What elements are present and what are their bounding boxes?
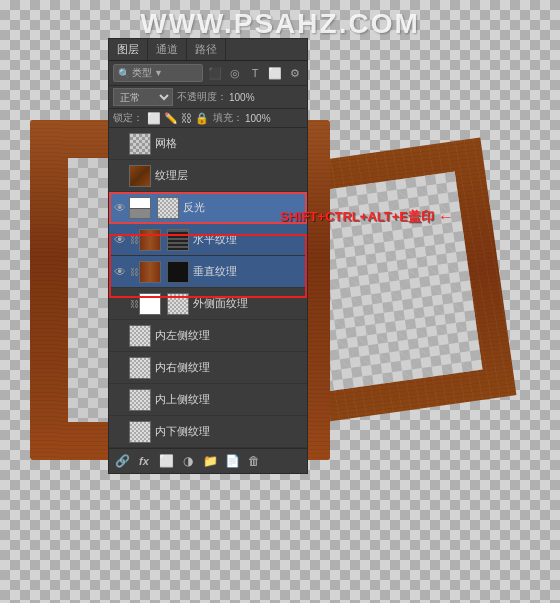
blend-mode-select[interactable]: 正常 (113, 88, 173, 106)
layer-item-horizTexture[interactable]: 👁 ⛓ 水平纹理 (109, 224, 307, 256)
layer-thumbnail (129, 133, 151, 155)
tab-paths[interactable]: 路径 (187, 39, 226, 60)
search-box[interactable]: 🔍 类型 ▼ (113, 64, 203, 82)
layer-name: 内右侧纹理 (155, 360, 303, 375)
search-text: 类型 (132, 66, 152, 80)
layer-mask-thumbnail (167, 261, 189, 283)
tab-layers[interactable]: 图层 (109, 39, 148, 60)
mask-button[interactable]: ⬜ (157, 452, 175, 470)
opacity-value: 100% (229, 92, 255, 103)
fill-label: 填充： (213, 111, 243, 125)
filter-icon1[interactable]: ⬛ (207, 65, 223, 81)
lock-transparent-icon[interactable]: ⬜ (147, 112, 161, 125)
layer-mask-thumbnail (157, 197, 179, 219)
layer-name: 水平纹理 (193, 232, 303, 247)
filter-icon5[interactable]: ⚙ (287, 65, 303, 81)
filter-icon4[interactable]: ⬜ (267, 65, 283, 81)
lock-all-icon[interactable]: 🔒 (195, 112, 209, 125)
chain-icon: ⛓ (129, 265, 139, 279)
lock-label: 锁定： (113, 111, 143, 125)
folder-button[interactable]: 📁 (201, 452, 219, 470)
layer-thumbnail (139, 261, 161, 283)
opacity-label: 不透明度： (177, 90, 227, 104)
blend-opacity-row: 正常 不透明度： 100% (109, 86, 307, 109)
layer-item[interactable]: 内左侧纹理 (109, 320, 307, 352)
lock-pixels-icon[interactable]: ✏️ (164, 112, 178, 125)
filter-icon2[interactable]: ◎ (227, 65, 243, 81)
tab-channels[interactable]: 通道 (148, 39, 187, 60)
dropdown-arrow[interactable]: ▼ (154, 68, 163, 78)
layer-name: 内下侧纹理 (155, 424, 303, 439)
layer-item[interactable]: 内下侧纹理 (109, 416, 307, 448)
layer-item[interactable]: 内上侧纹理 (109, 384, 307, 416)
link-button[interactable]: 🔗 (113, 452, 131, 470)
visibility-toggle[interactable] (113, 329, 127, 343)
layer-item[interactable]: 网格 (109, 128, 307, 160)
visibility-toggle[interactable] (113, 425, 127, 439)
lock-fill-row: 锁定： ⬜ ✏️ ⛓ 🔒 填充： 100% (109, 109, 307, 128)
opacity-row: 不透明度： 100% (177, 90, 303, 104)
fx-button[interactable]: fx (135, 452, 153, 470)
layer-name: 外侧面纹理 (193, 296, 303, 311)
fill-value: 100% (245, 113, 271, 124)
layer-name: 垂直纹理 (193, 264, 303, 279)
layer-item[interactable]: ⛓ 外侧面纹理 (109, 288, 307, 320)
layer-item-fanGuang[interactable]: 👁 反光 (109, 192, 307, 224)
layer-thumbnail (139, 229, 161, 251)
visibility-toggle[interactable] (113, 393, 127, 407)
layer-thumbnail (129, 389, 151, 411)
layer-thumbnail (139, 293, 161, 315)
annotation-text: SHIFT+CTRL+ALT+E盖印 (280, 208, 434, 226)
lock-icons: ⬜ ✏️ ⛓ 🔒 (147, 112, 209, 125)
layer-mask-thumbnail (167, 229, 189, 251)
visibility-toggle[interactable]: 👁 (113, 201, 127, 215)
filter-row: 🔍 类型 ▼ ⬛ ◎ T ⬜ ⚙ (109, 61, 307, 86)
layer-name: 纹理层 (155, 168, 303, 183)
panel-tabs: 图层 通道 路径 (109, 39, 307, 61)
layers-panel: 图层 通道 路径 🔍 类型 ▼ ⬛ ◎ T ⬜ ⚙ 正常 不透明度： 100% … (108, 38, 308, 474)
bottom-toolbar: 🔗 fx ⬜ ◑ 📁 📄 🗑 (109, 448, 307, 473)
filter-icon3[interactable]: T (247, 65, 263, 81)
layer-thumbnail (129, 325, 151, 347)
layer-item[interactable]: 内右侧纹理 (109, 352, 307, 384)
visibility-toggle[interactable] (113, 297, 127, 311)
visibility-toggle[interactable] (113, 361, 127, 375)
annotation-group: SHIFT+CTRL+ALT+E盖印 ← (280, 208, 454, 226)
watermark: WWW.PSAHZ.COM (140, 8, 420, 40)
adjustment-button[interactable]: ◑ (179, 452, 197, 470)
layer-thumbnail (129, 165, 151, 187)
lock-position-icon[interactable]: ⛓ (181, 112, 192, 124)
chain-icon: ⛓ (129, 233, 139, 247)
layer-item[interactable]: 纹理层 (109, 160, 307, 192)
layer-thumbnail (129, 197, 151, 219)
layers-list: 网格 纹理层 👁 反光 👁 ⛓ 水平纹理 (109, 128, 307, 448)
fill-row: 填充： 100% (213, 111, 303, 125)
new-layer-button[interactable]: 📄 (223, 452, 241, 470)
visibility-toggle[interactable]: 👁 (113, 233, 127, 247)
visibility-toggle[interactable]: 👁 (113, 265, 127, 279)
layer-thumbnail (129, 357, 151, 379)
layer-item-vertTexture[interactable]: 👁 ⛓ 垂直纹理 (109, 256, 307, 288)
layer-name: 内左侧纹理 (155, 328, 303, 343)
chain-icon: ⛓ (129, 297, 139, 311)
layer-thumbnail (129, 421, 151, 443)
visibility-toggle[interactable] (113, 137, 127, 151)
layer-name: 内上侧纹理 (155, 392, 303, 407)
visibility-toggle[interactable] (113, 169, 127, 183)
layer-name: 网格 (155, 136, 303, 151)
search-icon: 🔍 (118, 68, 130, 79)
trash-button[interactable]: 🗑 (245, 452, 263, 470)
layer-mask-thumbnail (167, 293, 189, 315)
annotation-arrow: ← (438, 208, 454, 226)
